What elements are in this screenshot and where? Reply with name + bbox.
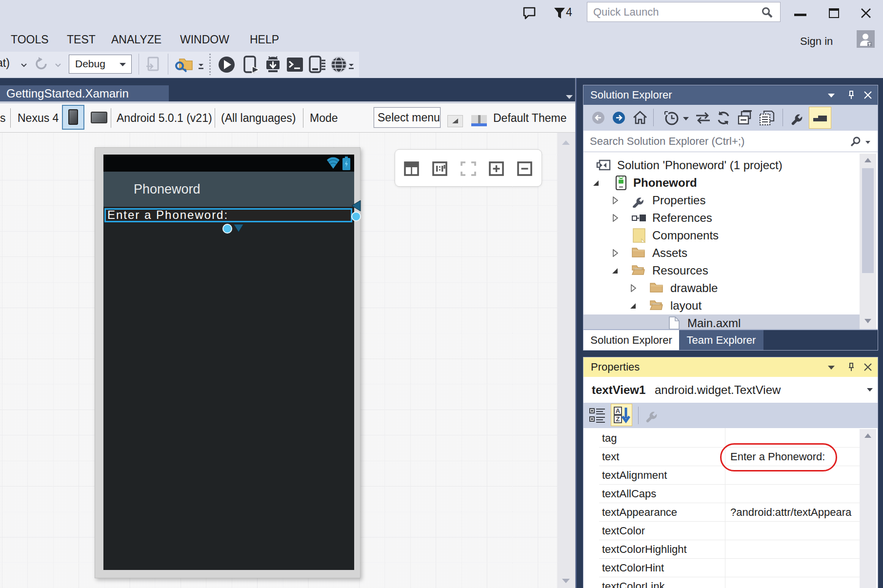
svg-text:A: A [616, 407, 621, 414]
svg-text:Z: Z [616, 415, 620, 423]
